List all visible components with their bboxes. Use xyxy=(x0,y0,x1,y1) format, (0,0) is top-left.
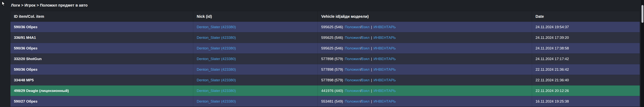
date-cell: 16.11.2024 19:25:38 xyxy=(532,96,640,106)
nick-link[interactable]: Denton_Slater (423380) xyxy=(197,36,236,40)
pipe-separator: | xyxy=(371,78,372,82)
date-label: 22.11.2024 21:36:42 xyxy=(536,68,569,72)
item-cell: 336/91 M4A1 xyxy=(10,32,193,43)
breadcrumb-item[interactable]: Логи xyxy=(11,3,20,7)
take-link[interactable]: Взял xyxy=(361,36,370,40)
table-header-row: ID item/Col. itemNick (id)Vehicle id(айд… xyxy=(10,11,640,22)
take-link[interactable]: Взял xyxy=(361,25,370,29)
table-row: 590/27 Обрез Denton_Slater (423380) 5534… xyxy=(10,96,640,106)
nick-link[interactable]: Denton_Slater (423380) xyxy=(197,68,236,72)
date-label: 24.11.2024 17:17:42 xyxy=(536,57,569,61)
take-link[interactable]: Взял xyxy=(361,89,370,93)
vehicle-id: 441976 (440) xyxy=(321,89,343,93)
vehicle-cell: 577898 (579) Положил/Взял | ИНВЕНТАРЬ xyxy=(318,54,532,64)
date-label: 22.11.2024 20:12:26 xyxy=(536,89,569,93)
pipe-separator: | xyxy=(371,99,372,104)
item-cell: 590/36 Обрез xyxy=(10,22,193,32)
item-label: 498/29 Deagle (лицензионный) xyxy=(14,89,69,93)
date-label: 24.11.2024 17:39:20 xyxy=(536,36,569,40)
nick-cell: Denton_Slater (423380) xyxy=(193,96,318,106)
breadcrumb: Логи > Игрок > Положил предмет в авто xyxy=(11,3,88,8)
pipe-separator: | xyxy=(371,46,372,50)
pipe-separator: | xyxy=(371,89,372,93)
inventory-link[interactable]: ИНВЕНТАРЬ xyxy=(374,36,396,40)
inventory-link[interactable]: ИНВЕНТАРЬ xyxy=(374,89,396,93)
take-link[interactable]: Взял xyxy=(361,46,370,50)
nick-link[interactable]: Denton_Slater (423380) xyxy=(197,46,236,50)
vertical-scrollbar[interactable] xyxy=(641,0,644,107)
table-row: 334/48 MP5 Denton_Slater (423380) 577898… xyxy=(10,75,640,85)
pipe-separator: | xyxy=(371,25,372,29)
item-cell: 332/20 ShotGun xyxy=(10,54,193,64)
item-label: 332/20 ShotGun xyxy=(14,57,42,61)
date-label: 16.11.2024 19:25:38 xyxy=(536,99,569,104)
mouse-cursor xyxy=(2,1,6,6)
inventory-link[interactable]: ИНВЕНТАРЬ xyxy=(374,46,396,50)
put-link[interactable]: Положил xyxy=(345,46,360,50)
date-cell: 22.11.2024 21:36:40 xyxy=(532,75,640,85)
vehicle-cell: 595625 (546) Положил/Взял | ИНВЕНТАРЬ xyxy=(318,32,532,43)
put-link[interactable]: Положил xyxy=(345,89,360,93)
vehicle-id: 577898 (579) xyxy=(321,78,343,82)
item-label: 590/36 Обрез xyxy=(14,46,38,50)
item-label: 590/36 Обрез xyxy=(14,25,38,29)
logs-table: ID item/Col. itemNick (id)Vehicle id(айд… xyxy=(10,11,640,107)
item-label: 336/91 M4A1 xyxy=(14,36,36,40)
take-link[interactable]: Взял xyxy=(361,99,370,104)
pipe-separator: | xyxy=(371,57,372,61)
vehicle-id: 577898 (579) xyxy=(321,68,343,72)
nick-link[interactable]: Denton_Slater (423380) xyxy=(197,99,236,104)
take-link[interactable]: Взял xyxy=(361,68,370,72)
vehicle-id: 595625 (546) xyxy=(321,36,343,40)
nick-cell: Denton_Slater (423380) xyxy=(193,86,318,96)
breadcrumb-separator: > xyxy=(36,3,40,7)
inventory-link[interactable]: ИНВЕНТАРЬ xyxy=(374,25,396,29)
item-cell: 334/48 MP5 xyxy=(10,75,193,85)
date-label: 24.11.2024 19:54:37 xyxy=(536,25,569,29)
vehicle-cell: 553481 (549) Положил/Взял | ИНВЕНТАРЬ xyxy=(318,96,532,106)
date-cell: 24.11.2024 19:54:37 xyxy=(532,22,640,32)
vehicle-cell: 577898 (579) Положил/Взял | ИНВЕНТАРЬ xyxy=(318,64,532,75)
table-body: 590/36 Обрез Denton_Slater (423380) 5956… xyxy=(10,22,640,106)
pipe-separator: | xyxy=(371,36,372,40)
put-link[interactable]: Положил xyxy=(345,68,360,72)
date-cell: 22.11.2024 20:12:26 xyxy=(532,86,640,96)
breadcrumb-separator: > xyxy=(20,3,24,7)
column-header: Date xyxy=(532,11,640,22)
breadcrumb-item[interactable]: Положил предмет в авто xyxy=(40,3,88,7)
scrollbar-thumb[interactable] xyxy=(642,5,644,23)
vehicle-cell: 595625 (546) Положил/Взял | ИНВЕНТАРЬ xyxy=(318,43,532,54)
put-link[interactable]: Положил xyxy=(345,57,360,61)
table-row: 590/36 Обрез Denton_Slater (423380) 5956… xyxy=(10,43,640,54)
nick-link[interactable]: Denton_Slater (423380) xyxy=(197,25,236,29)
table-row: 590/36 Обрез Denton_Slater (423380) 5956… xyxy=(10,22,640,32)
table-row: 590/36 Обрез Denton_Slater (423380) 5778… xyxy=(10,64,640,75)
breadcrumb-item[interactable]: Игрок xyxy=(24,3,36,7)
item-label: 590/36 Обрез xyxy=(14,68,38,72)
nick-cell: Denton_Slater (423380) xyxy=(193,75,318,85)
date-label: 22.11.2024 21:36:40 xyxy=(536,78,569,82)
put-link[interactable]: Положил xyxy=(345,25,360,29)
date-cell: 24.11.2024 17:17:42 xyxy=(532,54,640,64)
nick-link[interactable]: Denton_Slater (423380) xyxy=(197,89,236,93)
date-cell: 24.11.2024 17:38:58 xyxy=(532,43,640,54)
nick-link[interactable]: Denton_Slater (423380) xyxy=(197,78,236,82)
inventory-link[interactable]: ИНВЕНТАРЬ xyxy=(374,78,396,82)
item-cell: 590/36 Обрез xyxy=(10,64,193,75)
take-link[interactable]: Взял xyxy=(361,78,370,82)
put-link[interactable]: Положил xyxy=(345,99,360,104)
put-link[interactable]: Положил xyxy=(345,78,360,82)
put-link[interactable]: Положил xyxy=(345,36,360,40)
inventory-link[interactable]: ИНВЕНТАРЬ xyxy=(374,57,396,61)
take-link[interactable]: Взял xyxy=(361,57,370,61)
item-cell: 590/36 Обрез xyxy=(10,43,193,54)
inventory-link[interactable]: ИНВЕНТАРЬ xyxy=(374,99,396,104)
nick-link[interactable]: Denton_Slater (423380) xyxy=(197,57,236,61)
inventory-link[interactable]: ИНВЕНТАРЬ xyxy=(374,68,396,72)
table-row: 498/29 Deagle (лицензионный) Denton_Slat… xyxy=(10,85,640,96)
item-cell: 498/29 Deagle (лицензионный) xyxy=(10,86,193,96)
vehicle-id: 595625 (546) xyxy=(321,46,343,50)
table-row: 336/91 M4A1 Denton_Slater (423380) 59562… xyxy=(10,32,640,43)
item-label: 334/48 MP5 xyxy=(14,78,34,82)
date-cell: 22.11.2024 21:36:42 xyxy=(532,64,640,75)
